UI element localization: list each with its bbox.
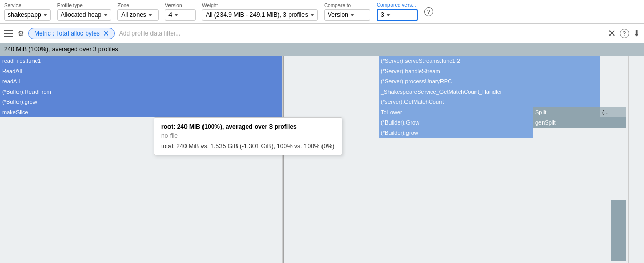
profile-type-chevron-icon xyxy=(104,14,108,16)
Split-block[interactable]: Split xyxy=(533,107,600,117)
toolbar2-right: ✕ ? ⬇ xyxy=(608,28,640,39)
profile-type-value: Allocated heap xyxy=(61,11,101,19)
compared-vers-chevron-icon xyxy=(386,14,391,16)
readAll-block[interactable]: readAll xyxy=(0,76,282,86)
version-label: Version xyxy=(165,3,196,8)
profile-type-select[interactable]: Allocated heap xyxy=(57,9,111,21)
compare-to-label: Compare to xyxy=(324,3,370,8)
summary-bar: 240 MiB (100%), averaged over 3 profiles xyxy=(0,43,644,56)
flame-row: (*Builder).grow xyxy=(379,128,533,138)
ToLower-block[interactable]: ToLower xyxy=(379,107,533,117)
GetMatchCount-block[interactable]: (*server).GetMatchCount xyxy=(379,97,600,107)
flame-row: (*Server).handleStream (*h... xyxy=(379,66,626,76)
add-filter-placeholder: Add profile data filter... xyxy=(119,30,180,37)
zone-filter-group: Zone All zones xyxy=(117,3,159,21)
makeSlice-block[interactable]: makeSlice xyxy=(0,107,282,117)
right-flame-panel: (*Server).serveStreams.func1.2 (*h... (*… xyxy=(379,56,644,263)
GetMatchCount-Handler-block[interactable]: _ShakespeareService_GetMatchCount_Handle… xyxy=(379,86,600,97)
Buffer-ReadFrom-block[interactable]: (*Buffer).ReadFrom xyxy=(0,86,282,97)
download-button[interactable]: ⬇ xyxy=(633,28,640,38)
flame-row: _ShakespeareService_GetMatchCount_Handle… xyxy=(379,86,626,97)
version-select[interactable]: 4 xyxy=(165,9,196,21)
flame-row: readFiles.func1 xyxy=(0,56,282,66)
zone-value: All zones xyxy=(121,11,146,19)
tooltip-title: root: 240 MiB (100%), averaged over 3 pr… xyxy=(161,123,334,130)
service-chevron-icon xyxy=(43,14,47,16)
version-chevron-icon xyxy=(174,14,178,16)
row5-short-block[interactable]: (... xyxy=(600,107,626,117)
Buffer-grow-block[interactable]: (*Buffer).grow xyxy=(0,97,282,107)
service-label: Service xyxy=(4,3,51,8)
right-small-block xyxy=(611,200,626,261)
flame-row: readAll xyxy=(0,76,282,86)
flame-row: (*Server).processUnaryRPC (... xyxy=(379,76,626,86)
service-value: shakespapp xyxy=(8,11,41,19)
filter-help-button[interactable]: ? xyxy=(620,29,629,38)
Builder-grow-block[interactable]: (*Builder).grow xyxy=(379,128,533,138)
summary-text: 240 MiB (100%), averaged over 3 profiles xyxy=(4,46,118,53)
compared-vers-value: 3 xyxy=(381,11,384,19)
metric-chip[interactable]: Metric : Total alloc bytes ✕ xyxy=(28,28,115,39)
service-filter-group: Service shakespapp xyxy=(4,3,51,21)
Builder-Grow-block[interactable]: (*Builder).Grow xyxy=(379,117,533,128)
flame-area: readFiles.func1 ReadAll readAll (*Buffer… xyxy=(0,56,644,263)
flame-row: (*Builder).Grow genSplit xyxy=(379,117,626,128)
flame-row: ReadAll xyxy=(0,66,282,76)
flame-row: ToLower Split (... xyxy=(379,107,626,117)
toolbar-help-button[interactable]: ? xyxy=(424,7,433,16)
profile-type-filter-group: Profile type Allocated heap xyxy=(57,3,111,21)
genSplit-block[interactable]: genSplit xyxy=(533,117,626,128)
compared-vers-select[interactable]: 3 xyxy=(377,9,418,21)
metric-chip-label: Metric : Total alloc bytes xyxy=(34,30,100,37)
zone-select[interactable]: All zones xyxy=(117,9,159,21)
serveStreams-block[interactable]: (*Server).serveStreams.func1.2 xyxy=(379,56,600,66)
center-vert-line xyxy=(283,56,284,263)
flame-row: (*Buffer).grow xyxy=(0,97,282,107)
menu-icon[interactable] xyxy=(4,30,13,37)
tooltip-file: no file xyxy=(161,132,334,139)
compared-vers-filter-group: Compared vers... 3 xyxy=(377,2,418,21)
weight-value: All (234.9 MiB - 249.1 MiB), 3 profiles xyxy=(206,11,308,19)
zone-chevron-icon xyxy=(148,14,152,16)
compare-to-filter-group: Compare to Version xyxy=(324,3,370,21)
version-filter-group: Version 4 xyxy=(165,3,196,21)
handleStream-block[interactable]: (*Server).handleStream xyxy=(379,66,600,76)
tooltip-total: total: 240 MiB vs. 1.535 GiB (-1.301 GiB… xyxy=(161,143,334,150)
tooltip: root: 240 MiB (100%), averaged over 3 pr… xyxy=(154,117,342,155)
ReadAll-block[interactable]: ReadAll xyxy=(0,66,282,76)
filter-settings-icon[interactable]: ⚙ xyxy=(18,29,24,38)
compare-to-value: Version xyxy=(328,11,348,19)
weight-chevron-icon xyxy=(310,14,314,16)
right-divider xyxy=(628,56,629,263)
zone-label: Zone xyxy=(117,3,159,8)
readFiles-func1-block[interactable]: readFiles.func1 xyxy=(0,56,282,66)
profile-type-label: Profile type xyxy=(57,3,111,8)
metric-chip-close-button[interactable]: ✕ xyxy=(103,30,109,37)
version-value: 4 xyxy=(168,11,172,19)
main-toolbar: Service shakespapp Profile type Allocate… xyxy=(0,0,644,24)
flame-row: (*server).GetMatchCount (... xyxy=(379,97,626,107)
main-area: 240 MiB (100%), averaged over 3 profiles… xyxy=(0,43,644,263)
close-button[interactable]: ✕ xyxy=(608,28,616,39)
weight-select[interactable]: All (234.9 MiB - 249.1 MiB), 3 profiles xyxy=(202,9,318,21)
compared-vers-label: Compared vers... xyxy=(377,2,418,8)
service-select[interactable]: shakespapp xyxy=(4,9,51,21)
compare-to-chevron-icon xyxy=(350,14,354,16)
flame-row: (*Buffer).ReadFrom xyxy=(0,86,282,97)
filter-toolbar: ⚙ Metric : Total alloc bytes ✕ Add profi… xyxy=(0,24,644,43)
flame-row: makeSlice xyxy=(0,107,282,117)
weight-filter-group: Weight All (234.9 MiB - 249.1 MiB), 3 pr… xyxy=(202,3,318,21)
flame-row: (*Server).serveStreams.func1.2 (*h... xyxy=(379,56,626,66)
processUnaryRPC-block[interactable]: (*Server).processUnaryRPC xyxy=(379,76,600,86)
compare-to-select[interactable]: Version xyxy=(324,9,370,21)
left-flame-panel: readFiles.func1 ReadAll readAll (*Buffer… xyxy=(0,56,282,263)
weight-label: Weight xyxy=(202,3,318,8)
